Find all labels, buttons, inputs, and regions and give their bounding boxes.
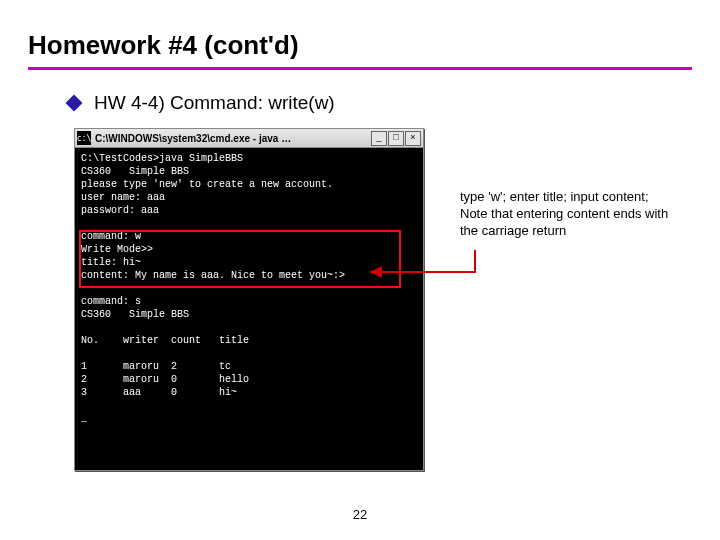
terminal-body: C:\TestCodes>java SimpleBBS CS360 Simple… — [75, 148, 423, 470]
window-icon-glyph: c:\ — [77, 134, 91, 143]
slide: Homework #4 (cont'd) HW 4-4) Command: wr… — [0, 0, 720, 540]
title-rule — [28, 67, 692, 70]
content-row: c:\ C:\WINDOWS\system32\cmd.exe - java …… — [74, 128, 692, 471]
terminal-text: C:\TestCodes>java SimpleBBS CS360 Simple… — [81, 152, 417, 425]
window-icon: c:\ — [77, 131, 91, 145]
annotation-note: type 'w'; enter title; input content; No… — [460, 188, 668, 239]
window-title: C:\WINDOWS\system32\cmd.exe - java … — [91, 133, 370, 144]
page-title: Homework #4 (cont'd) — [28, 30, 692, 61]
note-line: type 'w'; enter title; input content; — [460, 188, 668, 205]
page-number: 22 — [0, 507, 720, 522]
minimize-button[interactable]: _ — [371, 131, 387, 146]
terminal-window: c:\ C:\WINDOWS\system32\cmd.exe - java …… — [74, 128, 424, 471]
window-buttons: _ □ × — [370, 131, 421, 146]
note-line: the carriage return — [460, 222, 668, 239]
bullet-text: HW 4-4) Command: write(w) — [94, 92, 335, 114]
note-line: Note that entering content ends with — [460, 205, 668, 222]
maximize-button[interactable]: □ — [388, 131, 404, 146]
bullet-row: HW 4-4) Command: write(w) — [68, 92, 692, 114]
close-button[interactable]: × — [405, 131, 421, 146]
titlebar: c:\ C:\WINDOWS\system32\cmd.exe - java …… — [75, 129, 423, 148]
diamond-bullet-icon — [66, 95, 83, 112]
